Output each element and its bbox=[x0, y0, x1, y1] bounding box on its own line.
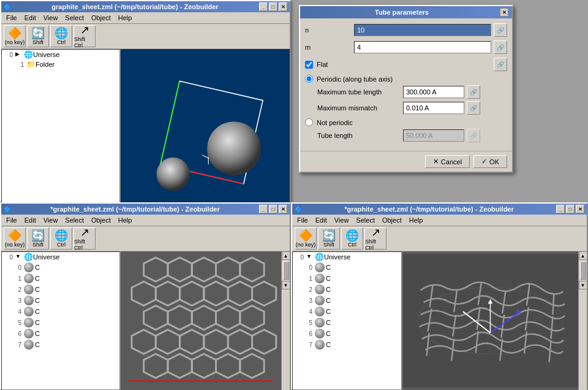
menu-select-1[interactable]: Select bbox=[61, 13, 88, 23]
scrollbar-2[interactable]: ▲ ▼ bbox=[281, 251, 290, 390]
menu-object-1[interactable]: Object bbox=[88, 13, 115, 23]
tree-item-c3-2[interactable]: 3 C bbox=[2, 295, 119, 306]
menu-view-2[interactable]: View bbox=[40, 215, 62, 225]
tree-item-universe-1[interactable]: 0 ▶ 🌐 Universe bbox=[2, 50, 119, 59]
toolbar-btn-ctrl-2[interactable]: 🌐 Ctrl bbox=[50, 228, 72, 250]
tree-item-universe-2[interactable]: 0 ▼ 🌐 Universe bbox=[2, 252, 119, 262]
periodic-radio[interactable] bbox=[305, 75, 313, 83]
canvas-1[interactable] bbox=[121, 49, 290, 216]
canvas-container-3: ▲ ▼ bbox=[402, 251, 587, 390]
maximize-button-2[interactable]: □ bbox=[269, 205, 277, 213]
canvas-3[interactable] bbox=[402, 251, 578, 390]
tree-item-c6-3[interactable]: 6 C bbox=[293, 328, 401, 339]
toolbar-btn-shiftctrl-2[interactable]: ↗ Shift Ctrl bbox=[74, 228, 96, 250]
n-icon-btn[interactable]: 🔗 bbox=[494, 23, 507, 37]
toolbar-btn-ctrl-1[interactable]: 🌐 Ctrl bbox=[50, 25, 72, 47]
m-icon-btn[interactable]: 🔗 bbox=[494, 40, 507, 54]
menu-file-1[interactable]: File bbox=[2, 13, 21, 23]
dialog-titlebar: Tube parameters ✕ bbox=[300, 6, 512, 18]
menu-edit-2[interactable]: Edit bbox=[21, 215, 40, 225]
toolbar-btn-nokey-1[interactable]: 🔶 (no key) bbox=[4, 25, 26, 47]
tree-container-3: 0 ▼ 🌐 Universe 0 C 1 C 2 bbox=[292, 251, 402, 390]
scroll-thumb-2[interactable] bbox=[283, 261, 289, 280]
n-input[interactable] bbox=[354, 24, 491, 36]
menu-edit-1[interactable]: Edit bbox=[21, 13, 40, 23]
toolbar-label-shift-3: Shift bbox=[323, 242, 334, 248]
tree-item-c0-3[interactable]: 0 C bbox=[293, 262, 401, 273]
tree-item-c5-2[interactable]: 5 C bbox=[2, 317, 119, 328]
content-area-1: 0 ▶ 🌐 Universe 1 📁 Folder bbox=[1, 49, 290, 216]
canvas-2[interactable] bbox=[121, 251, 281, 390]
tree-item-c6-2[interactable]: 6 C bbox=[2, 328, 119, 339]
menu-file-3[interactable]: File bbox=[293, 215, 312, 225]
menu-object-3[interactable]: Object bbox=[379, 215, 405, 225]
minimize-button-2[interactable]: _ bbox=[259, 205, 268, 213]
flat-checkbox[interactable] bbox=[305, 61, 313, 69]
menu-edit-3[interactable]: Edit bbox=[312, 215, 331, 225]
toolbar-btn-nokey-2[interactable]: 🔶 (no key) bbox=[4, 228, 26, 250]
close-button-3[interactable]: ✕ bbox=[576, 205, 584, 213]
expand-btn-0-1[interactable]: ▶ bbox=[15, 51, 23, 58]
max-tube-icon-btn[interactable]: 🔗 bbox=[467, 85, 480, 99]
m-input[interactable] bbox=[354, 41, 491, 53]
max-tube-input[interactable] bbox=[403, 86, 464, 98]
toolbar-btn-shift-3[interactable]: 🔄 Shift bbox=[318, 228, 340, 250]
minimize-button-3[interactable]: _ bbox=[556, 205, 565, 213]
expand-btn-u-2[interactable]: ▼ bbox=[15, 253, 23, 261]
menu-help-3[interactable]: Help bbox=[405, 215, 427, 225]
tree-item-universe-3[interactable]: 0 ▼ 🌐 Universe bbox=[293, 252, 401, 262]
maximize-button-3[interactable]: □ bbox=[566, 205, 575, 213]
atom-icon-c5-2 bbox=[24, 318, 34, 327]
tree-item-c2-2[interactable]: 2 C bbox=[2, 284, 119, 295]
menu-view-3[interactable]: View bbox=[331, 215, 353, 225]
not-periodic-radio[interactable] bbox=[305, 118, 313, 126]
tree-item-c4-2[interactable]: 4 C bbox=[2, 306, 119, 317]
toolbar-btn-ctrl-3[interactable]: 🌐 Ctrl bbox=[341, 228, 363, 250]
tree-item-c7-3[interactable]: 7 C bbox=[293, 339, 401, 350]
menu-file-2[interactable]: File bbox=[2, 215, 21, 225]
maximize-button-1[interactable]: □ bbox=[269, 2, 277, 11]
max-mismatch-icon-btn[interactable]: 🔗 bbox=[467, 101, 480, 115]
tree-item-c1-2[interactable]: 1 C bbox=[2, 273, 119, 284]
scrollbar-3[interactable]: ▲ ▼ bbox=[578, 251, 587, 390]
ok-button[interactable]: ✓ OK bbox=[473, 155, 507, 168]
expand-btn-u-3[interactable]: ▼ bbox=[306, 253, 314, 261]
toolbar-btn-shiftctrl-1[interactable]: ↗ Shift Ctrl bbox=[74, 25, 96, 47]
scroll-down-3[interactable]: ▼ bbox=[579, 281, 587, 289]
toolbar-btn-shift-2[interactable]: 🔄 Shift bbox=[27, 228, 49, 250]
scroll-down-2[interactable]: ▼ bbox=[282, 281, 290, 289]
scroll-up-2[interactable]: ▲ bbox=[282, 251, 290, 260]
max-mismatch-row: Maximum mismatch 🔗 bbox=[317, 101, 507, 115]
cancel-button[interactable]: ✕ Cancel bbox=[425, 155, 470, 168]
toolbar-btn-nokey-3[interactable]: 🔶 (no key) bbox=[295, 228, 317, 250]
max-mismatch-input[interactable] bbox=[403, 102, 464, 114]
toolbar-label-shiftctrl-2: Shift Ctrl bbox=[74, 239, 95, 251]
close-button-1[interactable]: ✕ bbox=[279, 2, 287, 11]
toolbar-icon-shiftctrl-2: ↗ bbox=[80, 227, 89, 238]
scroll-thumb-3[interactable] bbox=[580, 261, 586, 280]
tree-item-c4-3[interactable]: 4 C bbox=[293, 306, 401, 317]
row-num-c0-2: 0 bbox=[12, 264, 21, 271]
menu-view-1[interactable]: View bbox=[40, 13, 62, 23]
folder-icon-1: 📁 bbox=[26, 60, 36, 69]
menu-help-1[interactable]: Help bbox=[115, 13, 136, 23]
tree-item-c0-2[interactable]: 0 C bbox=[2, 262, 119, 273]
menu-object-2[interactable]: Object bbox=[88, 215, 115, 225]
tree-item-c7-2[interactable]: 7 C bbox=[2, 339, 119, 350]
scroll-up-3[interactable]: ▲ bbox=[579, 251, 587, 260]
minimize-button-1[interactable]: _ bbox=[259, 2, 268, 11]
toolbar-btn-shiftctrl-3[interactable]: ↗ Shift Ctrl bbox=[364, 228, 386, 250]
menu-select-3[interactable]: Select bbox=[352, 215, 379, 225]
tree-item-c1-3[interactable]: 1 C bbox=[293, 273, 401, 284]
dialog-close-button[interactable]: ✕ bbox=[500, 8, 508, 17]
tree-item-c3-3[interactable]: 3 C bbox=[293, 295, 401, 306]
close-button-2[interactable]: ✕ bbox=[279, 205, 287, 213]
tree-item-c2-3[interactable]: 2 C bbox=[293, 284, 401, 295]
menu-select-2[interactable]: Select bbox=[61, 215, 88, 225]
menu-help-2[interactable]: Help bbox=[115, 215, 136, 225]
atom-icon-c4-3 bbox=[315, 307, 325, 316]
tree-item-folder-1[interactable]: 1 📁 Folder bbox=[2, 59, 119, 69]
toolbar-btn-shift-1[interactable]: 🔄 Shift bbox=[27, 25, 49, 47]
flat-icon-btn[interactable]: 🔗 bbox=[494, 58, 507, 71]
tree-item-c5-3[interactable]: 5 C bbox=[293, 317, 401, 328]
